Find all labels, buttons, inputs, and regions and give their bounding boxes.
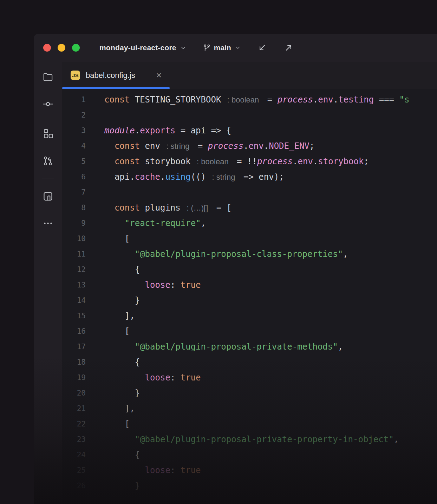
line-number: 25	[62, 466, 102, 475]
titlebar-actions	[257, 43, 294, 53]
line-content: loose: true	[102, 373, 201, 383]
line-number: 7	[62, 188, 102, 197]
line-content: const plugins : (…)[] = [	[102, 203, 231, 213]
files-folder-icon[interactable]	[41, 69, 55, 84]
line-number: 19	[62, 373, 102, 382]
project-name: monday-ui-react-core	[99, 44, 176, 52]
line-number: 24	[62, 451, 102, 459]
line-number: 20	[62, 389, 102, 397]
activity-bar	[34, 62, 62, 504]
code-line[interactable]: 9 "react-require",	[62, 215, 437, 231]
line-number: 18	[62, 358, 102, 366]
code-line[interactable]: 15 ],	[62, 308, 437, 324]
line-content: }	[102, 296, 140, 305]
code-line[interactable]: 4 const env : string = process.env.NODE_…	[62, 138, 437, 154]
line-content: "@babel/plugin-proposal-private-property…	[102, 435, 399, 444]
line-number: 1	[62, 95, 102, 104]
more-ellipsis-icon[interactable]	[41, 216, 55, 230]
code-line[interactable]: 3module.exports = api => {	[62, 123, 437, 138]
line-content: const TESTING_STORYBOOK : boolean = proc…	[102, 95, 409, 105]
gutter-separator	[102, 89, 102, 504]
code-line[interactable]: 26 }	[62, 478, 437, 493]
code-line[interactable]: 24 {	[62, 447, 437, 463]
code-line[interactable]: 6 api.cache.using(() : string => env);	[62, 169, 437, 185]
line-number: 15	[62, 312, 102, 320]
javascript-file-icon: JS	[71, 71, 80, 80]
git-commit-icon[interactable]	[41, 97, 55, 111]
code-line[interactable]: 18 {	[62, 354, 437, 370]
line-content: }	[102, 388, 140, 398]
line-content: {	[102, 265, 140, 274]
tab-label: babel.config.js	[86, 71, 135, 80]
line-content: [	[102, 234, 130, 244]
code-line[interactable]: 5 const storybook : boolean = !!process.…	[62, 154, 437, 169]
line-number: 5	[62, 157, 102, 166]
code-line[interactable]: 19 loose: true	[62, 370, 437, 385]
line-content: {	[102, 357, 140, 367]
code-line[interactable]: 7	[62, 185, 437, 200]
line-number: 16	[62, 327, 102, 336]
line-content: ],	[102, 311, 135, 321]
code-line[interactable]: 21 ],	[62, 401, 437, 416]
window-controls	[43, 44, 80, 52]
line-content: ],	[102, 404, 135, 413]
line-content: "@babel/plugin-proposal-class-properties…	[102, 249, 348, 259]
line-number: 26	[62, 482, 102, 490]
line-content: loose: true	[102, 465, 201, 475]
line-content: "react-require",	[102, 218, 206, 228]
line-number: 21	[62, 404, 102, 413]
tab-bar: JS babel.config.js ✕	[62, 62, 437, 89]
code-line[interactable]: 11 "@babel/plugin-proposal-class-propert…	[62, 246, 437, 262]
line-number: 2	[62, 111, 102, 119]
tab-close-icon[interactable]: ✕	[156, 72, 162, 79]
tab-babel-config-js[interactable]: JS babel.config.js ✕	[62, 62, 170, 89]
arrow-up-right-icon[interactable]	[284, 43, 294, 53]
branch-selector[interactable]: main	[203, 44, 241, 52]
code-line[interactable]: 17 "@babel/plugin-proposal-private-metho…	[62, 339, 437, 354]
line-content: const storybook : boolean = !!process.en…	[102, 157, 369, 166]
code-line[interactable]: 13 loose: true	[62, 277, 437, 293]
line-content: [	[102, 419, 130, 429]
code-line[interactable]: 10 [	[62, 231, 437, 246]
workspace-panel-icon[interactable]	[41, 189, 55, 203]
code-line[interactable]: 12 {	[62, 262, 437, 277]
line-content: }	[102, 481, 140, 491]
line-number: 11	[62, 250, 102, 258]
components-icon[interactable]	[41, 126, 55, 140]
line-number: 22	[62, 420, 102, 428]
code-line[interactable]: 14 }	[62, 293, 437, 308]
code-line[interactable]: 8 const plugins : (…)[] = [	[62, 200, 437, 215]
minimize-window-button[interactable]	[58, 44, 65, 52]
close-window-button[interactable]	[43, 44, 51, 52]
line-content: const env : string = process.env.NODE_EN…	[102, 141, 314, 151]
project-selector[interactable]: monday-ui-react-core	[99, 44, 187, 52]
line-number: 14	[62, 296, 102, 305]
code-line[interactable]: 1const TESTING_STORYBOOK : boolean = pro…	[62, 92, 437, 107]
line-number: 9	[62, 219, 102, 227]
arrow-down-left-icon[interactable]	[257, 43, 267, 53]
chevron-down-icon	[180, 45, 187, 51]
branch-name: main	[214, 44, 231, 52]
zoom-window-button[interactable]	[72, 44, 80, 52]
line-content: "@babel/plugin-proposal-private-methods"…	[102, 342, 343, 352]
code-line[interactable]: 25 loose: true	[62, 463, 437, 478]
code-line[interactable]: 16 [	[62, 324, 437, 339]
sidebar-divider	[42, 179, 54, 179]
git-branch-icon	[203, 44, 211, 52]
code-line[interactable]: 2	[62, 107, 437, 123]
code-line[interactable]: 20 }	[62, 385, 437, 401]
line-content: [	[102, 326, 130, 336]
line-number: 23	[62, 435, 102, 444]
line-number: 3	[62, 126, 102, 135]
line-number: 4	[62, 142, 102, 150]
pull-request-icon[interactable]	[41, 154, 55, 168]
line-number: 6	[62, 173, 102, 181]
code-line[interactable]: 23 "@babel/plugin-proposal-private-prope…	[62, 432, 437, 447]
line-number: 12	[62, 265, 102, 274]
line-content: api.cache.using(() : string => env);	[102, 172, 284, 182]
titlebar: monday-ui-react-core main	[34, 34, 437, 62]
code-editor[interactable]: 1const TESTING_STORYBOOK : boolean = pro…	[62, 89, 437, 504]
code-lines: 1const TESTING_STORYBOOK : boolean = pro…	[62, 92, 437, 493]
screen: { "titlebar": { "project": "monday-ui-re…	[0, 0, 437, 504]
code-line[interactable]: 22 [	[62, 416, 437, 432]
